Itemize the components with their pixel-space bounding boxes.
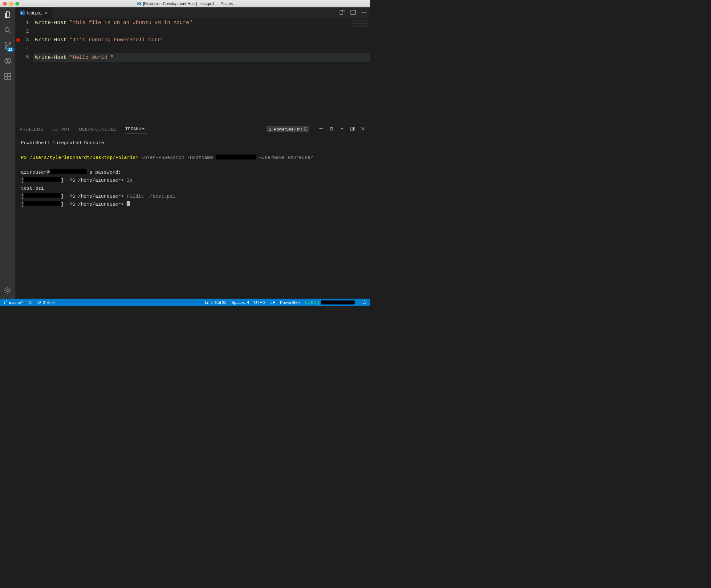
code-editor[interactable]: 12345 Write-Host "this file is on an Ubu…: [15, 19, 370, 123]
window-title-text: [Extension Development Host] - test.ps1 …: [143, 1, 233, 6]
status-powershell-version[interactable]: 6.0 []: [305, 300, 357, 305]
breakpoint-marker[interactable]: [16, 38, 20, 42]
redacted-host: [24, 193, 61, 198]
svg-line-1: [8, 31, 11, 33]
line-number: 3: [21, 36, 29, 44]
bug-slash-icon: [4, 57, 12, 65]
svg-point-18: [365, 12, 366, 13]
panel-tab-problems[interactable]: PROBLEMS: [20, 125, 43, 134]
select-arrows-icon: [304, 127, 307, 131]
redacted-ps-detail: [321, 300, 354, 304]
code-area[interactable]: Write-Host "this file is on an Ubuntu VM…: [33, 19, 370, 123]
svg-point-16: [362, 12, 363, 13]
branch-label: master*: [9, 300, 23, 305]
svg-point-12: [342, 10, 344, 12]
window-minimize-button[interactable]: [9, 2, 13, 5]
line-number-gutter: 12345: [21, 19, 33, 123]
maximize-panel-button[interactable]: [340, 126, 344, 132]
kill-terminal-button[interactable]: [329, 126, 334, 132]
panel-tab-output[interactable]: OUTPUT: [52, 125, 70, 134]
activity-explorer[interactable]: [3, 10, 12, 19]
window-controls: [0, 2, 19, 5]
error-count: 0: [43, 300, 45, 305]
code-line[interactable]: [33, 27, 370, 36]
status-sync[interactable]: [28, 300, 32, 304]
status-eol[interactable]: LF: [271, 300, 275, 305]
more-actions-button[interactable]: [361, 9, 367, 17]
status-encoding[interactable]: UTF-8: [254, 300, 265, 305]
line-number: 5: [21, 53, 29, 62]
redacted-host: [24, 201, 61, 206]
window-title: [Extension Development Host] - test.ps1 …: [0, 1, 370, 6]
svg-point-30: [365, 302, 365, 302]
split-editor-button[interactable]: [350, 9, 356, 17]
terminal-cursor: [127, 201, 130, 206]
powershell-file-icon: [20, 10, 25, 15]
terminal-selector[interactable]: 2: PowerShell Int: [266, 126, 309, 132]
status-cursor-position[interactable]: Ln 5, Col 25: [205, 300, 227, 305]
svg-point-0: [5, 27, 9, 31]
status-problems[interactable]: 0 0: [37, 300, 55, 305]
terminal-line: []: PS /home/azureuser> PSEdit ./test.ps…: [21, 193, 364, 200]
editor-actions: [339, 7, 367, 19]
svg-point-26: [48, 303, 49, 303]
panel-tab-terminal[interactable]: TERMINAL: [125, 124, 147, 134]
branch-icon: [3, 300, 7, 304]
code-line[interactable]: [33, 44, 370, 53]
tab-close-button[interactable]: ×: [45, 11, 47, 15]
activity-settings[interactable]: [3, 286, 12, 295]
svg-point-4: [5, 47, 6, 49]
window-titlebar: [Extension Development Host] - test.ps1 …: [0, 0, 370, 7]
redacted-host: [24, 177, 61, 182]
open-changes-button[interactable]: [339, 9, 345, 17]
svg-point-21: [4, 301, 4, 301]
svg-point-28: [363, 301, 366, 304]
terminal-line: PS /Users/tylerleonhardt/Desktop/Polaris…: [21, 154, 364, 162]
gear-icon: [4, 287, 12, 295]
svg-rect-8: [8, 77, 11, 80]
sync-icon: [28, 300, 32, 304]
panel-tab-debug[interactable]: DEBUG CONSOLE: [79, 125, 116, 134]
new-terminal-button[interactable]: [319, 126, 323, 132]
line-number: 2: [21, 27, 29, 36]
status-bar: master* 0 0 Ln 5, Col 25 Spaces: 4 UTF-8…: [0, 299, 370, 306]
toggle-panel-position-button[interactable]: [350, 126, 355, 132]
trash-icon: [329, 126, 334, 131]
warning-count: 0: [52, 300, 55, 305]
activity-extensions[interactable]: [3, 72, 12, 81]
chevron-up-icon: [340, 126, 344, 131]
status-language[interactable]: PowerShell: [280, 300, 300, 305]
svg-point-22: [6, 301, 6, 301]
breakpoint-gutter[interactable]: [15, 19, 21, 123]
compare-icon: [339, 9, 345, 15]
status-branch[interactable]: master*: [3, 300, 23, 305]
activity-scm[interactable]: 22: [3, 41, 12, 50]
terminal-line: PowerShell Integrated Console: [21, 139, 364, 147]
layout-icon: [350, 126, 355, 131]
code-line[interactable]: Write-Host "this file is on an Ubuntu VM…: [33, 19, 370, 27]
svg-rect-27: [306, 301, 309, 303]
editor-tab[interactable]: test.ps1 ×: [15, 7, 52, 19]
status-indentation[interactable]: Spaces: 4: [231, 300, 249, 305]
code-line[interactable]: Write-Host "Hello World!": [33, 53, 370, 62]
code-line[interactable]: Write-Host "It's running PowerShell Core…: [33, 36, 370, 44]
svg-rect-20: [353, 127, 354, 130]
ps-version-label: 6.0: [311, 300, 317, 305]
activity-debug[interactable]: [3, 56, 12, 65]
editor-tabbar: test.ps1 ×: [15, 7, 370, 19]
status-feedback[interactable]: [362, 300, 367, 304]
window-close-button[interactable]: [3, 2, 7, 5]
error-icon: [37, 300, 41, 304]
files-icon: [4, 11, 12, 19]
warning-icon: [46, 300, 51, 304]
smiley-icon: [362, 300, 367, 304]
tab-filename: test.ps1: [27, 10, 42, 15]
line-number: 1: [21, 19, 29, 27]
svg-rect-9: [8, 73, 11, 76]
window-zoom-button[interactable]: [15, 2, 19, 5]
ellipsis-icon: [361, 9, 367, 15]
activity-search[interactable]: [3, 26, 12, 35]
svg-point-17: [364, 12, 365, 13]
close-panel-button[interactable]: [361, 126, 365, 132]
terminal[interactable]: PowerShell Integrated Console PS /Users/…: [15, 135, 370, 299]
